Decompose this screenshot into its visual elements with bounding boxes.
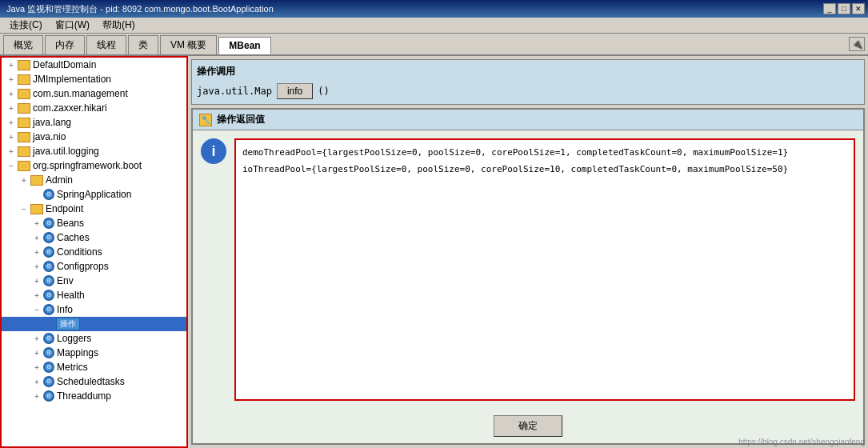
ok-button[interactable]: 确定 bbox=[494, 415, 562, 437]
gear-icon: ⚙ bbox=[43, 218, 54, 229]
menu-window[interactable]: 窗口(W) bbox=[49, 17, 96, 34]
toolbar-right: 🔌 bbox=[849, 37, 865, 51]
tree-label: SpringApplication bbox=[57, 189, 131, 200]
info-button[interactable]: info bbox=[277, 83, 313, 99]
tree-item-health[interactable]: + ⚙ Health bbox=[2, 288, 186, 302]
tree-label: Endpoint bbox=[46, 203, 83, 214]
tab-mbean[interactable]: MBean bbox=[218, 37, 270, 54]
result-line-2: ioThreadPool={largestPoolSize=0, poolSiz… bbox=[242, 163, 847, 177]
expand-icon: + bbox=[30, 346, 43, 359]
tree-label: Health bbox=[57, 290, 85, 301]
tree-item-threaddump[interactable]: + ⚙ Threaddump bbox=[2, 389, 186, 403]
gear-icon: ⚙ bbox=[43, 333, 54, 344]
folder-icon bbox=[30, 175, 43, 186]
result-content: i demoThreadPool={largestPoolSize=0, poo… bbox=[193, 130, 863, 409]
expand-icon: + bbox=[5, 87, 18, 100]
folder-icon bbox=[18, 146, 30, 157]
tree-item-operation[interactable]: 操作 bbox=[2, 317, 186, 331]
tree-item-endpoint[interactable]: − Endpoint bbox=[2, 202, 186, 216]
minimize-btn[interactable]: _ bbox=[823, 3, 836, 14]
folder-icon bbox=[18, 118, 30, 128]
tree-item-jmimplementation[interactable]: + JMImplementation bbox=[2, 72, 186, 86]
result-dialog: 🔧 操作返回值 i demoThreadPool={largestPoolSiz… bbox=[191, 108, 865, 445]
menu-help[interactable]: 帮助(H) bbox=[96, 17, 142, 34]
tab-overview[interactable]: 概览 bbox=[3, 35, 43, 54]
gear-icon: ⚙ bbox=[43, 362, 54, 373]
gear-icon: ⚙ bbox=[43, 246, 54, 258]
tree-label: Scheduledtasks bbox=[57, 376, 125, 387]
expand-icon: − bbox=[5, 159, 18, 172]
window-controls[interactable]: _ □ ✕ bbox=[823, 3, 865, 14]
gear-icon: ⚙ bbox=[43, 275, 54, 286]
operation-section: 操作调用 java.util.Map info () bbox=[191, 59, 865, 105]
tree-item-metrics[interactable]: + ⚙ Metrics bbox=[2, 360, 186, 374]
expand-icon: + bbox=[30, 390, 43, 402]
expand-icon: + bbox=[30, 375, 43, 388]
tree-item-mappings[interactable]: + ⚙ Mappings bbox=[2, 346, 186, 360]
tab-classes[interactable]: 类 bbox=[128, 35, 158, 54]
tree-label: Info bbox=[57, 304, 73, 315]
tab-memory[interactable]: 内存 bbox=[45, 35, 85, 54]
tree-item-configprops[interactable]: + ⚙ Configprops bbox=[2, 259, 186, 274]
tree-item-spring-application[interactable]: ⚙ SpringApplication bbox=[2, 187, 186, 202]
operation-row: java.util.Map info () bbox=[197, 83, 859, 99]
expand-icon: + bbox=[30, 217, 43, 230]
expand-icon: + bbox=[30, 260, 43, 273]
tree-label: Threaddump bbox=[57, 390, 111, 402]
tab-vm[interactable]: VM 概要 bbox=[160, 35, 217, 54]
result-text-area: demoThreadPool={largestPoolSize=0, poolS… bbox=[234, 138, 855, 401]
folder-icon bbox=[18, 60, 30, 70]
tree-item-spring-boot[interactable]: − org.springframework.boot bbox=[2, 158, 186, 173]
gear-icon: ⚙ bbox=[43, 347, 54, 358]
close-btn[interactable]: ✕ bbox=[852, 3, 865, 14]
expand-icon: + bbox=[5, 58, 18, 71]
tree-label: JMImplementation bbox=[33, 74, 111, 85]
tree-item-env[interactable]: + ⚙ Env bbox=[2, 274, 186, 288]
maximize-btn[interactable]: □ bbox=[838, 3, 850, 14]
folder-icon bbox=[18, 89, 30, 99]
connect-icon[interactable]: 🔌 bbox=[849, 37, 865, 51]
tree-item-defaultdomain[interactable]: + DefaultDomain bbox=[2, 58, 186, 72]
tree-item-scheduledtasks[interactable]: + ⚙ Scheduledtasks bbox=[2, 374, 186, 389]
tree-item-beans[interactable]: + ⚙ Beans bbox=[2, 216, 186, 230]
window-title: Java 监视和管理控制台 - pid: 8092 com.mongo.boot… bbox=[6, 3, 274, 15]
tree-item-java-lang[interactable]: + java.lang bbox=[2, 115, 186, 130]
operation-title: 操作调用 bbox=[197, 65, 859, 78]
tree-label: org.springframework.boot bbox=[33, 160, 142, 171]
folder-icon-open bbox=[30, 204, 43, 214]
expand-icon: − bbox=[18, 202, 30, 215]
right-panel: 操作调用 java.util.Map info () 🔧 操作返回值 i dem… bbox=[188, 56, 868, 448]
watermark: https://blog.csdn.net/shengqianfeng bbox=[738, 438, 865, 446]
tree-item-com-sun[interactable]: + com.sun.management bbox=[2, 86, 186, 101]
tree-item-com-zaxxer[interactable]: + com.zaxxer.hikari bbox=[2, 101, 186, 115]
tree-item-java-util-logging[interactable]: + java.util.logging bbox=[2, 144, 186, 158]
title-bar: Java 监视和管理控制台 - pid: 8092 com.mongo.boot… bbox=[0, 0, 868, 18]
tree-item-info[interactable]: − ⚙ Info bbox=[2, 302, 186, 317]
tree-item-caches[interactable]: + ⚙ Caches bbox=[2, 230, 186, 245]
tab-threads[interactable]: 线程 bbox=[86, 35, 126, 54]
expand-icon: + bbox=[30, 274, 43, 287]
tree-item-conditions[interactable]: + ⚙ Conditions bbox=[2, 245, 186, 259]
tree-item-loggers[interactable]: + ⚙ Loggers bbox=[2, 331, 186, 346]
tree-item-java-nio[interactable]: + java.nio bbox=[2, 130, 186, 144]
folder-icon bbox=[18, 103, 30, 114]
gear-icon: ⚙ bbox=[43, 390, 54, 402]
gear-icon: ⚙ bbox=[43, 189, 54, 200]
tree-item-admin[interactable]: + Admin bbox=[2, 173, 186, 187]
gear-icon: ⚙ bbox=[43, 261, 54, 272]
menu-connect[interactable]: 连接(C) bbox=[3, 17, 49, 34]
expand-icon: + bbox=[5, 116, 18, 129]
tree-label: Beans bbox=[57, 218, 84, 229]
operation-icon: 操作 bbox=[56, 318, 80, 330]
dialog-title: 操作返回值 bbox=[217, 113, 265, 126]
gear-icon: ⚙ bbox=[43, 232, 54, 243]
tree-label: java.lang bbox=[33, 117, 71, 128]
params-text: () bbox=[318, 86, 329, 97]
dialog-title-bar: 🔧 操作返回值 bbox=[193, 110, 863, 130]
tree-label: Configprops bbox=[57, 261, 109, 272]
tree-label: Caches bbox=[57, 232, 90, 243]
tree-label: Mappings bbox=[57, 347, 98, 358]
tree-label: java.nio bbox=[33, 131, 66, 142]
tree-label: Env bbox=[57, 275, 74, 286]
main-content: + DefaultDomain + JMImplementation + com… bbox=[0, 56, 868, 448]
